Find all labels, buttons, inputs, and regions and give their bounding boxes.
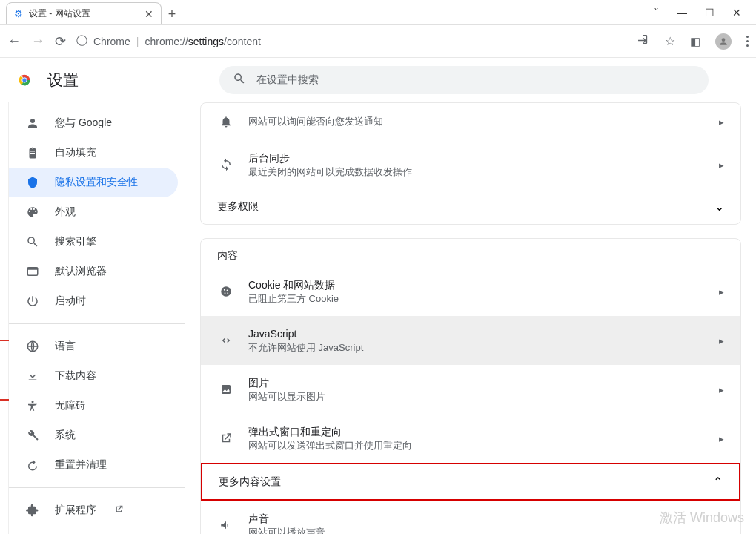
window-minimize-button[interactable]: — [677,7,687,19]
row-background-sync[interactable]: 后台同步 最近关闭的网站可以完成数据收发操作 ▸ [201,140,740,189]
sidebar-item-accessibility[interactable]: 无障碍 [9,391,178,421]
row-subtitle: 网站可以询问能否向您发送通知 [248,115,719,128]
permissions-card: 网站可以询问能否向您发送通知 ▸ 后台同步 最近关闭的网站可以完成数据收发操作 … [200,102,741,225]
sidebar-item-label: 默认浏览器 [55,265,107,278]
row-notifications[interactable]: 网站可以询问能否向您发送通知 ▸ [201,103,740,140]
omnibox-url: chrome://settings/content [145,36,260,47]
browser-tab[interactable]: ⚙ 设置 - 网站设置 ✕ [6,2,162,24]
omnibox-separator: | [136,36,139,47]
browser-icon [25,265,40,278]
cookie-icon [217,285,235,298]
restore-icon [25,458,40,472]
settings-search-input[interactable]: 在设置中搜索 [219,66,709,94]
settings-content: 网站可以询问能否向您发送通知 ▸ 后台同步 最近关闭的网站可以完成数据收发操作 … [185,102,756,534]
forward-button[interactable]: → [31,33,44,49]
gear-icon: ⚙ [14,8,23,19]
window-close-button[interactable]: ✕ [732,7,741,19]
section-title: 更多权限 [217,200,714,214]
power-icon [25,294,40,308]
sidebar-item-label: 隐私设置和安全性 [55,176,138,189]
sidebar-item-autofill[interactable]: 自动填充 [9,138,178,168]
sidebar-item-default-browser[interactable]: 默认浏览器 [9,257,178,286]
svg-point-9 [221,286,231,297]
person-icon [25,116,40,130]
search-placeholder: 在设置中搜索 [256,73,319,87]
chevron-right-icon: ▸ [719,335,724,346]
sidebar-item-search-engine[interactable]: 搜索引擎 [9,227,178,257]
sidebar-item-label: 外观 [55,205,76,219]
sidebar-item-extensions[interactable]: 扩展程序 [9,495,178,525]
share-icon[interactable] [637,33,650,50]
row-subtitle: 网站可以发送弹出式窗口并使用重定向 [248,439,719,452]
accessibility-icon [25,399,40,412]
row-popups[interactable]: 弹出式窗口和重定向 网站可以发送弹出式窗口并使用重定向 ▸ [201,414,740,463]
row-cookies[interactable]: Cookie 和网站数据 已阻止第三方 Cookie ▸ [201,267,740,316]
window-dropdown-icon[interactable]: ˅ [654,7,659,19]
browser-menu-button[interactable] [746,36,749,47]
sidebar-item-label: 扩展程序 [55,504,96,517]
svg-point-11 [227,290,228,291]
external-link-icon [114,504,124,516]
section-title: 更多内容设置 [219,475,713,489]
tab-title: 设置 - 网站设置 [29,7,90,20]
row-javascript[interactable]: JavaScript 不允许网站使用 JavaScript ▸ [201,316,740,365]
row-subtitle: 网站可以播放声音 [248,526,724,534]
back-button[interactable]: ← [7,33,21,49]
svg-point-8 [32,400,34,403]
extension-icon [25,504,40,517]
tab-close-button[interactable]: ✕ [145,8,153,20]
bookmark-star-icon[interactable]: ☆ [665,34,675,48]
wrench-icon [25,429,40,442]
row-title: 图片 [248,375,719,390]
clipboard-icon [25,146,40,159]
red-marker [0,399,9,400]
address-bar[interactable]: ⓘ Chrome | chrome://settings/content [76,34,626,48]
row-subtitle: 不允许网站使用 JavaScript [248,341,719,355]
red-marker [0,340,9,341]
popup-icon [217,432,235,445]
sidebar-item-label: 启动时 [55,294,86,308]
row-title: 弹出式窗口和重定向 [248,424,719,439]
new-tab-button[interactable]: + [162,4,182,24]
svg-point-10 [224,289,225,291]
profile-avatar[interactable] [715,33,732,50]
sidebar-item-label: 语言 [55,340,76,353]
sidebar-item-on-startup[interactable]: 启动时 [9,286,178,316]
sync-icon [217,158,235,171]
row-sound[interactable]: 声音 网站可以播放声音 [201,501,740,534]
chrome-logo-icon [16,72,33,88]
sidebar-item-appearance[interactable]: 外观 [9,197,178,227]
sidebar-item-label: 下载内容 [55,369,96,383]
sidebar-item-you-and-google[interactable]: 您与 Google [9,108,178,138]
sidebar-item-languages[interactable]: 语言 [9,332,178,361]
more-permissions-toggle[interactable]: 更多权限 ⌄ [201,189,740,224]
chevron-right-icon: ▸ [719,433,724,444]
reload-button[interactable]: ⟳ [55,33,66,50]
row-title: 声音 [248,511,724,526]
sidebar-item-downloads[interactable]: 下载内容 [9,361,178,391]
site-info-icon[interactable]: ⓘ [76,34,87,48]
sidebar-item-system[interactable]: 系统 [9,421,178,450]
page-title: 设置 [47,70,79,90]
download-icon [25,369,40,383]
sidebar-item-reset[interactable]: 重置并清理 [9,450,178,480]
svg-rect-6 [27,268,38,270]
sidebar-item-privacy-security[interactable]: 隐私设置和安全性 [9,168,178,197]
sidebar-item-label: 系统 [55,429,76,442]
sidebar-item-label: 无障碍 [55,399,86,412]
chevron-right-icon: ▸ [719,384,724,395]
svg-rect-14 [222,385,231,394]
content-section-label: 内容 [201,239,740,267]
svg-point-0 [722,38,726,42]
palette-icon [25,205,40,219]
sound-icon [217,518,235,532]
sidebar-item-label: 重置并清理 [55,458,107,472]
window-maximize-button[interactable]: ☐ [705,7,714,19]
row-title: Cookie 和网站数据 [248,277,719,292]
row-subtitle: 已阻止第三方 Cookie [248,292,719,306]
more-content-settings-toggle[interactable]: 更多内容设置 ⌃ [201,463,740,501]
shield-icon [25,176,40,189]
row-images[interactable]: 图片 网站可以显示图片 ▸ [201,365,740,414]
reading-list-icon[interactable]: ◧ [690,35,700,48]
bell-icon [217,115,235,128]
